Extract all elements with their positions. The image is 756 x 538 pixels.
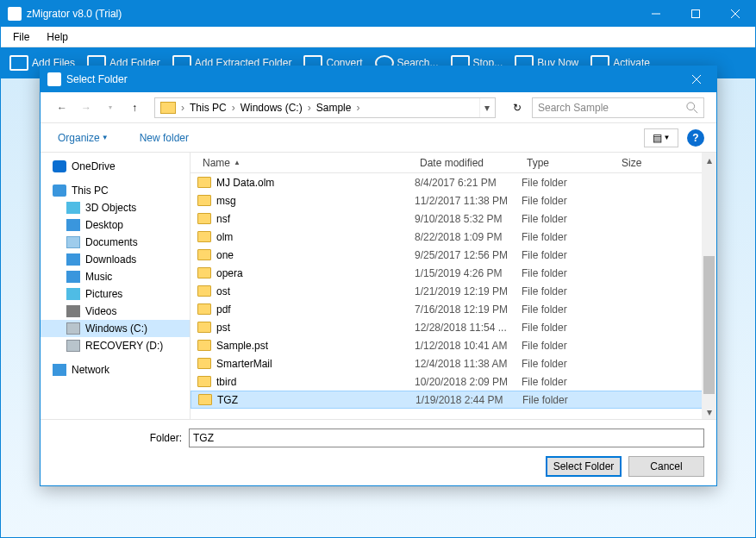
file-date: 7/16/2018 12:19 PM <box>415 303 522 316</box>
breadcrumb[interactable]: › This PC › Windows (C:) › Sample › ▾ <box>154 97 496 118</box>
onedrive-icon <box>53 160 66 172</box>
scroll-down-icon[interactable]: ▾ <box>702 404 716 419</box>
tree-documents[interactable]: Documents <box>41 234 190 251</box>
file-type: File folder <box>522 213 616 225</box>
file-name: TGZ <box>217 394 238 406</box>
select-folder-dialog: Select Folder ← → ▾ ↑ › This PC › Window… <box>40 66 717 486</box>
tree-downloads[interactable]: Downloads <box>41 251 190 268</box>
file-type: File folder <box>522 231 616 243</box>
file-type: File folder <box>522 267 616 279</box>
file-row[interactable]: msg11/2/2017 11:38 PMFile folder <box>191 191 716 210</box>
svg-rect-1 <box>692 10 700 18</box>
file-date: 1/19/2018 2:44 PM <box>415 394 522 406</box>
chevron-right-icon[interactable]: › <box>354 102 361 114</box>
maximize-button[interactable] <box>676 1 715 27</box>
refresh-button[interactable]: ↻ <box>508 98 527 117</box>
3dobjects-icon <box>66 202 80 214</box>
tree-thispc[interactable]: This PC <box>41 182 190 199</box>
organize-button[interactable]: Organize▼ <box>53 128 114 147</box>
tree-onedrive[interactable]: OneDrive <box>41 158 190 175</box>
chevron-right-icon[interactable]: › <box>306 102 313 114</box>
col-name[interactable]: Name▲ <box>197 157 415 169</box>
file-date: 1/15/2019 4:26 PM <box>415 267 522 279</box>
drive-icon <box>66 340 80 352</box>
menu-help[interactable]: Help <box>40 29 75 45</box>
file-row[interactable]: nsf9/10/2018 5:32 PMFile folder <box>191 210 716 228</box>
breadcrumb-folder[interactable]: Sample <box>313 100 355 116</box>
nav-back-button[interactable]: ← <box>53 98 72 117</box>
file-row[interactable]: one9/25/2017 12:56 PMFile folder <box>191 246 716 264</box>
dialog-close-button[interactable] <box>677 66 716 92</box>
network-icon <box>53 364 66 376</box>
file-date: 12/4/2018 11:38 AM <box>415 358 522 370</box>
tree-desktop[interactable]: Desktop <box>41 216 190 234</box>
file-type: File folder <box>522 358 616 370</box>
menu-file[interactable]: File <box>6 29 36 45</box>
dialog-titlebar: Select Folder <box>41 66 716 92</box>
file-row[interactable]: pst12/28/2018 11:54 ...File folder <box>191 318 716 336</box>
file-row[interactable]: ost1/21/2019 12:19 PMFile folder <box>191 282 716 300</box>
file-row[interactable]: TGZ1/19/2018 2:44 PMFile folder <box>191 391 716 409</box>
folder-icon <box>197 303 211 315</box>
file-row[interactable]: SmarterMail12/4/2018 11:38 AMFile folder <box>191 354 716 372</box>
folder-icon <box>197 322 211 333</box>
list-icon: ▤ <box>653 132 662 144</box>
file-row[interactable]: opera1/15/2019 4:26 PMFile folder <box>191 264 716 282</box>
dialog-icon <box>47 72 61 86</box>
col-type[interactable]: Type <box>522 157 616 169</box>
select-folder-button[interactable]: Select Folder <box>546 456 622 477</box>
svg-point-6 <box>687 102 695 109</box>
file-list: Name▲ Date modified Type Size MJ Data.ol… <box>191 153 716 419</box>
file-date: 11/2/2017 11:38 PM <box>415 195 522 207</box>
file-row[interactable]: tbird10/20/2018 2:09 PMFile folder <box>191 372 716 391</box>
breadcrumb-drive[interactable]: Windows (C:) <box>237 100 306 116</box>
tree-windows-c[interactable]: Windows (C:) <box>41 320 190 337</box>
search-box[interactable] <box>532 97 704 118</box>
tree-pictures[interactable]: Pictures <box>41 285 190 303</box>
file-date: 1/12/2018 10:41 AM <box>415 340 522 352</box>
scrollbar[interactable]: ▴ ▾ <box>702 153 716 419</box>
tree-network[interactable]: Network <box>41 361 190 378</box>
folder-icon <box>160 102 176 114</box>
file-name: pst <box>216 322 230 334</box>
file-row[interactable]: MJ Data.olm8/4/2017 6:21 PMFile folder <box>191 173 716 191</box>
chevron-right-icon[interactable]: › <box>179 102 186 114</box>
chevron-right-icon[interactable]: › <box>230 102 237 114</box>
col-date[interactable]: Date modified <box>415 157 522 169</box>
file-type: File folder <box>522 177 616 189</box>
file-date: 1/21/2019 12:19 PM <box>415 285 522 297</box>
tree-recovery-d[interactable]: RECOVERY (D:) <box>41 337 190 354</box>
file-name: ost <box>216 285 230 297</box>
search-input[interactable] <box>538 102 686 114</box>
new-folder-button[interactable]: New folder <box>134 128 194 147</box>
tree-3dobjects[interactable]: 3D Objects <box>41 199 190 216</box>
folder-icon <box>197 285 211 297</box>
file-name: tbird <box>216 376 236 388</box>
tree-music[interactable]: Music <box>41 268 190 285</box>
sort-asc-icon: ▲ <box>234 159 241 166</box>
minimize-button[interactable] <box>636 1 676 27</box>
tree-videos[interactable]: Videos <box>41 303 190 320</box>
folder-input[interactable] <box>189 429 704 447</box>
nav-recent-dropdown[interactable]: ▾ <box>101 98 120 117</box>
file-type: File folder <box>522 322 616 334</box>
svg-line-7 <box>694 109 697 112</box>
close-button[interactable] <box>715 1 755 27</box>
file-row[interactable]: Sample.pst1/12/2018 10:41 AMFile folder <box>191 336 716 354</box>
col-size[interactable]: Size <box>616 157 668 169</box>
file-icon <box>9 55 28 71</box>
help-button[interactable]: ? <box>687 129 704 147</box>
nav-forward-button[interactable]: → <box>77 98 96 117</box>
scroll-up-icon[interactable]: ▴ <box>702 153 716 167</box>
file-row[interactable]: olm8/22/2018 1:09 PMFile folder <box>191 228 716 246</box>
scroll-thumb[interactable] <box>703 256 715 394</box>
file-name: one <box>216 249 234 261</box>
nav-up-button[interactable]: ↑ <box>125 98 144 117</box>
breadcrumb-thispc[interactable]: This PC <box>186 100 230 116</box>
breadcrumb-dropdown[interactable]: ▾ <box>479 98 493 117</box>
folder-icon <box>197 177 211 188</box>
file-row[interactable]: pdf7/16/2018 12:19 PMFile folder <box>191 300 716 318</box>
view-mode-button[interactable]: ▤▼ <box>644 128 678 147</box>
file-name: Sample.pst <box>216 340 268 352</box>
cancel-button[interactable]: Cancel <box>628 456 704 477</box>
